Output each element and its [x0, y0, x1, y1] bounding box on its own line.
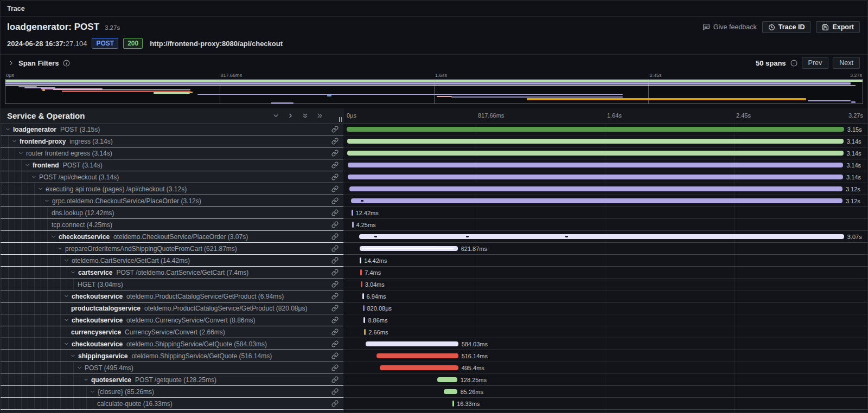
span-duration-bar[interactable]: [351, 198, 843, 203]
span-name-cell[interactable]: router frontend egress (3.14s): [1, 147, 343, 159]
span-link-icon[interactable]: [331, 269, 340, 276]
chevron-down-icon[interactable]: [63, 317, 72, 323]
span-name-cell[interactable]: POST (495.4ms): [1, 362, 343, 374]
span-timeline-cell[interactable]: 8.86ms: [343, 314, 867, 326]
span-timeline-cell[interactable]: 3.14s: [343, 135, 867, 147]
span-link-icon[interactable]: [331, 138, 340, 145]
span-name-cell[interactable]: prepareOrderItemsAndShippingQuoteFromCar…: [1, 243, 343, 255]
span-link-icon[interactable]: [331, 376, 340, 383]
span-link-icon[interactable]: [331, 150, 340, 157]
span-timeline-cell[interactable]: 3.12s: [343, 195, 867, 207]
span-name-cell[interactable]: cartservice POST /oteldemo.CartService/G…: [1, 267, 343, 279]
span-row[interactable]: prepareOrderItemsAndShippingQuoteFromCar…: [1, 243, 867, 255]
span-name-cell[interactable]: {closure} (85.26ms): [1, 386, 343, 398]
span-name-cell[interactable]: frontend POST (3.14s): [1, 159, 343, 171]
span-timeline-cell[interactable]: 4.25ms: [343, 219, 867, 231]
span-name-cell[interactable]: executing api route (pages) /api/checkou…: [1, 183, 343, 195]
span-link-icon[interactable]: [331, 328, 340, 335]
span-link-icon[interactable]: [331, 305, 340, 312]
expand-one-icon[interactable]: [287, 112, 294, 119]
trace-id-button[interactable]: Trace ID: [762, 21, 811, 33]
chevron-down-icon[interactable]: [11, 138, 20, 144]
span-name-cell[interactable]: POST /api/checkout (3.14s): [1, 171, 343, 183]
span-duration-bar[interactable]: [360, 269, 362, 275]
span-timeline-cell[interactable]: 128.25ms: [343, 374, 867, 386]
span-row[interactable]: tcp.connect (4.25ms) 4.25ms: [1, 219, 867, 231]
span-row[interactable]: executing api route (pages) /api/checkou…: [1, 183, 867, 195]
span-name-cell[interactable]: frontend-proxy ingress (3.14s): [1, 135, 343, 147]
span-duration-bar[interactable]: [348, 163, 843, 167]
span-duration-bar[interactable]: [361, 281, 362, 287]
chevron-down-icon[interactable]: [18, 150, 26, 156]
span-name-cell[interactable]: dns.lookup (12.42ms): [1, 207, 343, 219]
span-timeline-cell[interactable]: 16.33ms: [343, 398, 867, 410]
give-feedback-link[interactable]: Give feedback: [703, 23, 757, 31]
span-row[interactable]: checkoutservice oteldemo.ShippingService…: [1, 338, 867, 350]
span-row[interactable]: checkoutservice oteldemo.CheckoutService…: [1, 231, 867, 243]
chevron-down-icon[interactable]: [63, 257, 72, 263]
chevron-down-icon[interactable]: [63, 293, 72, 299]
span-link-icon[interactable]: [331, 209, 340, 216]
span-link-icon[interactable]: [331, 233, 340, 240]
span-link-icon[interactable]: [331, 257, 340, 264]
span-link-icon[interactable]: [331, 162, 340, 169]
span-row[interactable]: checkoutservice oteldemo.ProductCatalogS…: [1, 291, 867, 302]
expand-all-icon[interactable]: [316, 112, 323, 119]
span-timeline-cell[interactable]: 7.4ms: [343, 267, 867, 279]
chevron-down-icon[interactable]: [83, 377, 91, 383]
span-name-cell[interactable]: checkoutservice oteldemo.CurrencyService…: [1, 314, 343, 326]
chevron-down-icon[interactable]: [50, 234, 59, 240]
span-name-cell[interactable]: grpc.oteldemo.CheckoutService/PlaceOrder…: [1, 195, 343, 207]
span-timeline-cell[interactable]: 3.14s: [343, 159, 867, 171]
column-resize-handle[interactable]: [339, 117, 342, 122]
span-name-cell[interactable]: productcatalogservice oteldemo.ProductCa…: [1, 302, 343, 314]
span-timeline-cell[interactable]: 3.12s: [343, 183, 867, 195]
collapse-all-icon[interactable]: [302, 112, 309, 119]
span-duration-bar[interactable]: [452, 401, 454, 406]
span-duration-bar[interactable]: [348, 175, 843, 179]
span-name-cell[interactable]: HGET (3.04ms): [1, 279, 343, 291]
span-name-cell[interactable]: loadgenerator POST (3.15s): [1, 124, 343, 135]
span-duration-bar[interactable]: [376, 353, 458, 358]
span-timeline-cell[interactable]: 3.07s: [343, 231, 867, 243]
span-duration-bar[interactable]: [444, 389, 457, 394]
span-duration-bar[interactable]: [360, 257, 361, 263]
span-timeline-cell[interactable]: 3.14s: [343, 171, 867, 183]
collapse-one-icon[interactable]: [272, 112, 279, 119]
span-name-cell[interactable]: quoteservice POST /getquote (128.25ms): [1, 374, 343, 386]
span-row[interactable]: grpc.oteldemo.CheckoutService/PlaceOrder…: [1, 195, 867, 207]
span-link-icon[interactable]: [331, 245, 340, 252]
span-link-icon[interactable]: [331, 400, 340, 407]
span-duration-bar[interactable]: [352, 222, 354, 228]
span-duration-bar[interactable]: [347, 151, 843, 156]
span-link-icon[interactable]: [331, 364, 340, 371]
span-row[interactable]: POST (495.4ms) 495.4ms: [1, 362, 867, 374]
span-row[interactable]: checkoutservice oteldemo.CurrencyService…: [1, 314, 867, 326]
span-link-icon[interactable]: [331, 352, 340, 359]
span-link-icon[interactable]: [331, 317, 340, 324]
span-duration-bar[interactable]: [359, 234, 844, 239]
span-row[interactable]: frontend-proxy ingress (3.14s) 3.14s: [1, 135, 867, 147]
span-duration-bar[interactable]: [352, 210, 353, 216]
minimap-canvas[interactable]: [5, 79, 863, 104]
chevron-down-icon[interactable]: [44, 198, 52, 204]
span-link-icon[interactable]: [331, 281, 340, 288]
span-row[interactable]: calculate-quote (16.33ms) 16.33ms: [1, 398, 867, 410]
next-button[interactable]: Next: [833, 57, 860, 69]
span-row[interactable]: loadgenerator POST (3.15s) 3.15s: [1, 124, 867, 135]
span-timeline-cell[interactable]: 3.14s: [343, 147, 867, 159]
chevron-down-icon[interactable]: [70, 269, 78, 275]
span-timeline-cell[interactable]: 85.26ms: [343, 386, 867, 398]
span-filters-toggle[interactable]: Span Filters: [8, 59, 756, 67]
span-name-cell[interactable]: currencyservice CurrencyService/Convert …: [1, 326, 343, 338]
chevron-down-icon[interactable]: [37, 186, 46, 192]
span-row[interactable]: POST /api/checkout (3.14s) 3.14s: [1, 171, 867, 183]
span-timeline-cell[interactable]: 584.03ms: [343, 338, 867, 350]
span-row[interactable]: {closure} (85.26ms) 85.26ms: [1, 386, 867, 398]
span-duration-bar[interactable]: [360, 246, 458, 251]
span-duration-bar[interactable]: [347, 127, 844, 132]
span-timeline-cell[interactable]: 3.15s: [343, 124, 867, 135]
span-row[interactable]: oteldemo.CartService/GetCart (14.42ms) 1…: [1, 255, 867, 267]
span-row[interactable]: cartservice POST /oteldemo.CartService/G…: [1, 267, 867, 279]
span-timeline-cell[interactable]: 3.04ms: [343, 279, 867, 291]
